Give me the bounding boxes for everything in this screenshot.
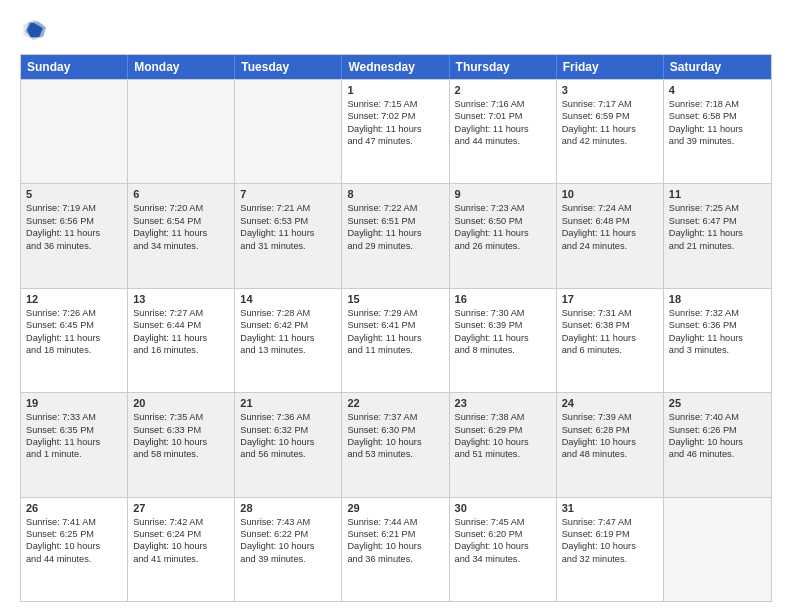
day-number: 16	[455, 293, 551, 305]
calendar-cell: 9Sunrise: 7:23 AM Sunset: 6:50 PM Daylig…	[450, 184, 557, 287]
day-header-thursday: Thursday	[450, 55, 557, 79]
day-info: Sunrise: 7:24 AM Sunset: 6:48 PM Dayligh…	[562, 202, 658, 252]
day-info: Sunrise: 7:26 AM Sunset: 6:45 PM Dayligh…	[26, 307, 122, 357]
day-number: 17	[562, 293, 658, 305]
day-number: 9	[455, 188, 551, 200]
day-info: Sunrise: 7:45 AM Sunset: 6:20 PM Dayligh…	[455, 516, 551, 566]
day-number: 11	[669, 188, 766, 200]
day-info: Sunrise: 7:43 AM Sunset: 6:22 PM Dayligh…	[240, 516, 336, 566]
calendar-cell: 18Sunrise: 7:32 AM Sunset: 6:36 PM Dayli…	[664, 289, 771, 392]
calendar-cell: 17Sunrise: 7:31 AM Sunset: 6:38 PM Dayli…	[557, 289, 664, 392]
day-info: Sunrise: 7:40 AM Sunset: 6:26 PM Dayligh…	[669, 411, 766, 461]
day-number: 2	[455, 84, 551, 96]
day-number: 29	[347, 502, 443, 514]
day-info: Sunrise: 7:32 AM Sunset: 6:36 PM Dayligh…	[669, 307, 766, 357]
day-header-sunday: Sunday	[21, 55, 128, 79]
day-info: Sunrise: 7:36 AM Sunset: 6:32 PM Dayligh…	[240, 411, 336, 461]
day-number: 5	[26, 188, 122, 200]
day-number: 24	[562, 397, 658, 409]
calendar-cell: 27Sunrise: 7:42 AM Sunset: 6:24 PM Dayli…	[128, 498, 235, 601]
calendar-cell	[21, 80, 128, 183]
day-info: Sunrise: 7:25 AM Sunset: 6:47 PM Dayligh…	[669, 202, 766, 252]
day-header-friday: Friday	[557, 55, 664, 79]
day-info: Sunrise: 7:20 AM Sunset: 6:54 PM Dayligh…	[133, 202, 229, 252]
day-info: Sunrise: 7:15 AM Sunset: 7:02 PM Dayligh…	[347, 98, 443, 148]
day-info: Sunrise: 7:28 AM Sunset: 6:42 PM Dayligh…	[240, 307, 336, 357]
calendar-cell: 22Sunrise: 7:37 AM Sunset: 6:30 PM Dayli…	[342, 393, 449, 496]
calendar-cell	[128, 80, 235, 183]
calendar-cell: 12Sunrise: 7:26 AM Sunset: 6:45 PM Dayli…	[21, 289, 128, 392]
day-number: 31	[562, 502, 658, 514]
calendar-cell: 1Sunrise: 7:15 AM Sunset: 7:02 PM Daylig…	[342, 80, 449, 183]
day-number: 12	[26, 293, 122, 305]
day-number: 15	[347, 293, 443, 305]
day-info: Sunrise: 7:22 AM Sunset: 6:51 PM Dayligh…	[347, 202, 443, 252]
day-number: 1	[347, 84, 443, 96]
day-number: 23	[455, 397, 551, 409]
day-info: Sunrise: 7:27 AM Sunset: 6:44 PM Dayligh…	[133, 307, 229, 357]
day-info: Sunrise: 7:31 AM Sunset: 6:38 PM Dayligh…	[562, 307, 658, 357]
day-info: Sunrise: 7:41 AM Sunset: 6:25 PM Dayligh…	[26, 516, 122, 566]
calendar-row: 26Sunrise: 7:41 AM Sunset: 6:25 PM Dayli…	[21, 497, 771, 601]
calendar-cell: 8Sunrise: 7:22 AM Sunset: 6:51 PM Daylig…	[342, 184, 449, 287]
calendar-cell	[235, 80, 342, 183]
calendar-cell: 21Sunrise: 7:36 AM Sunset: 6:32 PM Dayli…	[235, 393, 342, 496]
header	[20, 16, 772, 44]
calendar-cell: 31Sunrise: 7:47 AM Sunset: 6:19 PM Dayli…	[557, 498, 664, 601]
day-number: 4	[669, 84, 766, 96]
day-number: 25	[669, 397, 766, 409]
calendar-cell: 5Sunrise: 7:19 AM Sunset: 6:56 PM Daylig…	[21, 184, 128, 287]
day-info: Sunrise: 7:21 AM Sunset: 6:53 PM Dayligh…	[240, 202, 336, 252]
day-number: 19	[26, 397, 122, 409]
calendar-cell: 3Sunrise: 7:17 AM Sunset: 6:59 PM Daylig…	[557, 80, 664, 183]
day-number: 30	[455, 502, 551, 514]
day-number: 6	[133, 188, 229, 200]
day-info: Sunrise: 7:33 AM Sunset: 6:35 PM Dayligh…	[26, 411, 122, 461]
calendar-cell: 14Sunrise: 7:28 AM Sunset: 6:42 PM Dayli…	[235, 289, 342, 392]
calendar-cell: 23Sunrise: 7:38 AM Sunset: 6:29 PM Dayli…	[450, 393, 557, 496]
calendar: SundayMondayTuesdayWednesdayThursdayFrid…	[20, 54, 772, 602]
day-info: Sunrise: 7:30 AM Sunset: 6:39 PM Dayligh…	[455, 307, 551, 357]
day-info: Sunrise: 7:23 AM Sunset: 6:50 PM Dayligh…	[455, 202, 551, 252]
day-info: Sunrise: 7:38 AM Sunset: 6:29 PM Dayligh…	[455, 411, 551, 461]
calendar-cell: 7Sunrise: 7:21 AM Sunset: 6:53 PM Daylig…	[235, 184, 342, 287]
calendar-cell: 25Sunrise: 7:40 AM Sunset: 6:26 PM Dayli…	[664, 393, 771, 496]
day-number: 18	[669, 293, 766, 305]
calendar-cell: 4Sunrise: 7:18 AM Sunset: 6:58 PM Daylig…	[664, 80, 771, 183]
calendar-cell: 20Sunrise: 7:35 AM Sunset: 6:33 PM Dayli…	[128, 393, 235, 496]
page: SundayMondayTuesdayWednesdayThursdayFrid…	[0, 0, 792, 612]
calendar-cell: 15Sunrise: 7:29 AM Sunset: 6:41 PM Dayli…	[342, 289, 449, 392]
calendar-header: SundayMondayTuesdayWednesdayThursdayFrid…	[21, 55, 771, 79]
logo	[20, 16, 52, 44]
calendar-cell: 29Sunrise: 7:44 AM Sunset: 6:21 PM Dayli…	[342, 498, 449, 601]
calendar-cell: 30Sunrise: 7:45 AM Sunset: 6:20 PM Dayli…	[450, 498, 557, 601]
day-info: Sunrise: 7:42 AM Sunset: 6:24 PM Dayligh…	[133, 516, 229, 566]
calendar-cell: 11Sunrise: 7:25 AM Sunset: 6:47 PM Dayli…	[664, 184, 771, 287]
logo-icon	[20, 16, 48, 44]
calendar-row: 19Sunrise: 7:33 AM Sunset: 6:35 PM Dayli…	[21, 392, 771, 496]
calendar-cell: 19Sunrise: 7:33 AM Sunset: 6:35 PM Dayli…	[21, 393, 128, 496]
calendar-row: 1Sunrise: 7:15 AM Sunset: 7:02 PM Daylig…	[21, 79, 771, 183]
day-info: Sunrise: 7:37 AM Sunset: 6:30 PM Dayligh…	[347, 411, 443, 461]
calendar-cell: 13Sunrise: 7:27 AM Sunset: 6:44 PM Dayli…	[128, 289, 235, 392]
day-header-wednesday: Wednesday	[342, 55, 449, 79]
day-number: 20	[133, 397, 229, 409]
day-number: 14	[240, 293, 336, 305]
day-number: 13	[133, 293, 229, 305]
calendar-row: 12Sunrise: 7:26 AM Sunset: 6:45 PM Dayli…	[21, 288, 771, 392]
day-number: 7	[240, 188, 336, 200]
day-number: 10	[562, 188, 658, 200]
day-number: 21	[240, 397, 336, 409]
calendar-cell	[664, 498, 771, 601]
day-number: 3	[562, 84, 658, 96]
day-number: 22	[347, 397, 443, 409]
calendar-cell: 10Sunrise: 7:24 AM Sunset: 6:48 PM Dayli…	[557, 184, 664, 287]
calendar-cell: 6Sunrise: 7:20 AM Sunset: 6:54 PM Daylig…	[128, 184, 235, 287]
calendar-cell: 26Sunrise: 7:41 AM Sunset: 6:25 PM Dayli…	[21, 498, 128, 601]
day-info: Sunrise: 7:39 AM Sunset: 6:28 PM Dayligh…	[562, 411, 658, 461]
calendar-cell: 16Sunrise: 7:30 AM Sunset: 6:39 PM Dayli…	[450, 289, 557, 392]
calendar-body: 1Sunrise: 7:15 AM Sunset: 7:02 PM Daylig…	[21, 79, 771, 601]
day-header-saturday: Saturday	[664, 55, 771, 79]
day-info: Sunrise: 7:29 AM Sunset: 6:41 PM Dayligh…	[347, 307, 443, 357]
day-number: 27	[133, 502, 229, 514]
